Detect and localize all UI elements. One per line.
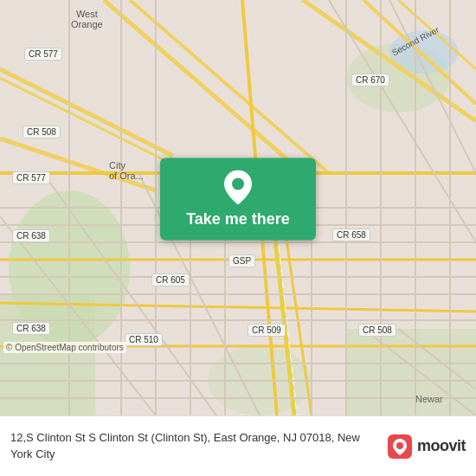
place-label-city-orange: Cityof Ora... bbox=[109, 160, 144, 181]
road-label-cr605: CR 605 bbox=[151, 273, 190, 286]
moovit-logo: moovit bbox=[388, 434, 466, 459]
svg-text:Newar: Newar bbox=[415, 394, 443, 404]
moovit-pin-icon bbox=[388, 434, 412, 459]
road-label-cr509: CR 509 bbox=[248, 324, 286, 337]
take-me-there-label: Take me there bbox=[186, 210, 290, 228]
road-label-cr508-right: CR 508 bbox=[358, 324, 396, 337]
osm-credit: © OpenStreetMap contributors bbox=[3, 342, 126, 353]
road-label-gsp: GSP bbox=[228, 254, 255, 267]
svg-rect-4 bbox=[346, 329, 476, 415]
road-label-cr577-mid: CR 577 bbox=[12, 171, 50, 184]
svg-point-51 bbox=[232, 178, 244, 190]
address-text: 12,S Clinton St S Clinton St (Clinton St… bbox=[10, 430, 379, 461]
svg-point-53 bbox=[396, 442, 403, 449]
road-label-cr508: CR 508 bbox=[23, 125, 61, 138]
road-label-cr577-top: CR 577 bbox=[24, 48, 62, 61]
place-label-west-orange: WestOrange bbox=[71, 9, 103, 29]
road-label-cr658: CR 658 bbox=[332, 228, 370, 241]
moovit-text: moovit bbox=[417, 437, 466, 455]
road-label-cr638-bot: CR 638 bbox=[12, 322, 50, 335]
map-pin-icon bbox=[224, 170, 252, 205]
bottom-bar: 12,S Clinton St S Clinton St (Clinton St… bbox=[0, 415, 476, 476]
road-label-cr638-left: CR 638 bbox=[12, 229, 50, 242]
address-area: 12,S Clinton St S Clinton St (Clinton St… bbox=[10, 430, 379, 461]
take-me-there-button[interactable]: Take me there bbox=[160, 158, 316, 241]
road-label-cr510: CR 510 bbox=[125, 333, 163, 346]
map-container: Newar CR 577 CR 508 CR 577 CR 638 CR 638… bbox=[0, 0, 476, 415]
road-label-cr670: CR 670 bbox=[351, 74, 389, 87]
